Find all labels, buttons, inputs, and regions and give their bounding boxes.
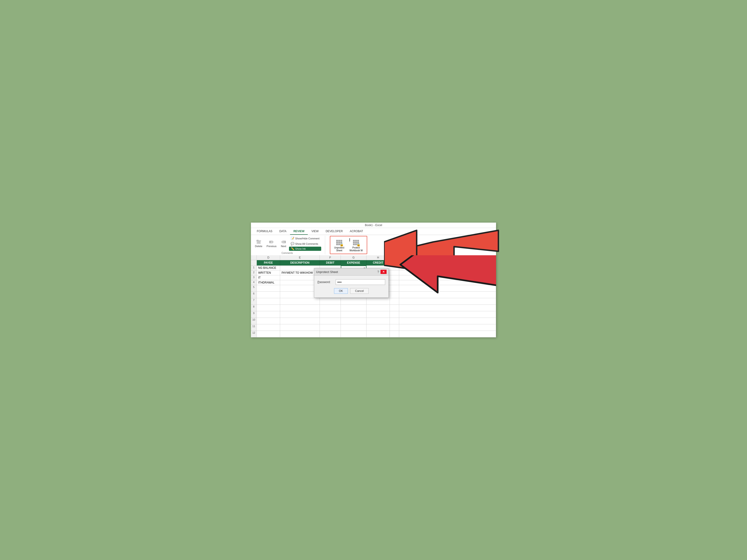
dialog-controls: ? ✕ [377, 270, 387, 274]
protect-lock-icon: 🔒 [357, 243, 360, 246]
unprotect-sheet-label: UnprotectSheet [334, 246, 344, 252]
expense-header: EXPENSE [341, 260, 366, 266]
debit-header: DEBIT [320, 260, 341, 266]
tab-developer[interactable]: DEVELOPER [322, 228, 346, 235]
dialog-close-button[interactable]: ✕ [381, 270, 387, 274]
lock-icon: 🔓 [340, 243, 344, 246]
tab-view[interactable]: VIEW [308, 228, 322, 235]
protect-workbook-label: ProtectWorkbook W [350, 246, 363, 252]
row-4-num: 4 [251, 280, 257, 285]
cursor-indicator [350, 238, 350, 241]
previous-icon [269, 239, 274, 245]
row1-payee[interactable]: NG BALANCE [257, 266, 280, 270]
table-row: 8 [251, 305, 496, 311]
col-label-row: D E F G H I K [251, 255, 496, 260]
show-hide-comment-button[interactable]: 📝 Show/Hide Comment [289, 236, 321, 241]
protect-buttons-row: 🔓 UnprotectSheet 🔒 ProtectWorkbook [332, 237, 365, 253]
col-e-label: E [280, 255, 320, 260]
col-i-label: I [390, 255, 399, 260]
balance-header: BALANCE [399, 260, 496, 266]
header-row: PAYEE DESCRIPTION DEBIT EXPENSE CREDIT I… [251, 260, 496, 266]
ribbon-tabs: FORMULAS DATA REVIEW VIEW DEVELOPER ACRO… [251, 228, 496, 235]
row-3-num: 3 [251, 275, 257, 280]
unprotect-sheet-dialog: Unprotect Sheet ? ✕ Password: OK Cancel [314, 268, 389, 298]
row4-payee[interactable]: ITHDRAWAL [257, 280, 280, 285]
row3-in [390, 275, 399, 280]
table-row: 11 [251, 324, 496, 331]
table-row: 7 [251, 298, 496, 305]
table-row: 10 [251, 318, 496, 324]
previous-label: Previous [266, 245, 277, 247]
row2-balance: $500.00 [399, 270, 496, 275]
show-all-label: Show All Comments [295, 242, 318, 245]
col-d-label: D [257, 255, 280, 260]
delete-button[interactable]: Delete [253, 238, 264, 249]
protect-workbook-icon: 🔒 [352, 238, 360, 246]
show-hide-label: Show/Hide Comment [295, 237, 319, 240]
comments-buttons-row: Delete Previous [253, 236, 321, 251]
col-h-label: H [366, 255, 390, 260]
description-header: DESCRIPTION [280, 260, 320, 266]
spreadsheet-area: D E F G H I K PAYEE DESCRIPTION DEBIT EX… [251, 255, 496, 338]
protect-workbook-button[interactable]: 🔒 ProtectWorkbook W [347, 237, 365, 253]
password-label: Password: [317, 281, 334, 284]
col-f-label: F [320, 255, 341, 260]
row2-payee[interactable]: WRITTEN [257, 270, 280, 275]
password-input[interactable] [336, 279, 385, 285]
row4-in [390, 280, 399, 285]
dialog-overlay: Unprotect Sheet ? ✕ Password: OK Cancel [314, 268, 389, 298]
show-ink-label: Show Ink [295, 247, 306, 250]
dialog-title: Unprotect Sheet [316, 270, 338, 274]
title-bar: Book1 - Excel [251, 222, 496, 228]
ink-icon: ✏️ [291, 247, 294, 250]
excel-window: Book1 - Excel FORMULAS DATA REVIEW VIEW … [251, 222, 496, 338]
tab-data[interactable]: DATA [276, 228, 290, 235]
dialog-titlebar: Unprotect Sheet ? ✕ [314, 268, 388, 275]
previous-button[interactable]: Previous [265, 238, 278, 249]
cancel-button[interactable]: Cancel [350, 288, 368, 294]
row-2-num: 2 [251, 270, 257, 275]
dialog-help-button[interactable]: ? [377, 270, 379, 274]
tab-acrobat[interactable]: ACROBAT [346, 228, 366, 235]
col-k-label: K [399, 255, 496, 260]
next-label: Next [281, 245, 286, 247]
window-title: Book1 - Excel [365, 223, 382, 227]
ribbon-content: Delete Previous [251, 235, 496, 255]
all-comments-icon: 💬 [291, 242, 294, 245]
row3-balance: $1,250.00 [399, 275, 496, 280]
header-row-num [251, 260, 257, 266]
password-row: Password: [317, 279, 385, 285]
tab-formulas[interactable]: FORMULAS [253, 228, 276, 235]
delete-label: Delete [255, 245, 262, 247]
comment-icon: 📝 [291, 237, 294, 240]
show-all-comments-button[interactable]: 💬 Show All Comments [289, 241, 321, 246]
comments-group-label: Comments [282, 252, 293, 254]
row2-in [390, 270, 399, 275]
row4-balance: $900.00 [399, 280, 496, 285]
col-g-label: G [341, 255, 366, 260]
delete-icon [256, 239, 261, 245]
row1-balance: $1,000.00 [399, 266, 496, 270]
svg-marker-12 [282, 241, 282, 243]
next-icon [281, 239, 286, 245]
in-header: IN [390, 260, 399, 266]
comments-side-buttons: 📝 Show/Hide Comment 💬 Show All Comments … [289, 236, 321, 251]
comments-group: Delete Previous [253, 236, 325, 254]
protect-group: 🔓 UnprotectSheet 🔒 ProtectWorkbook [330, 236, 367, 254]
show-ink-button[interactable]: ✏️ Show Ink [289, 247, 321, 251]
table-row: 9 [251, 311, 496, 318]
next-button[interactable]: Next [279, 238, 288, 249]
row1-in [390, 266, 399, 270]
row3-payee[interactable]: IT [257, 275, 280, 280]
dialog-body: Password: OK Cancel [314, 275, 388, 297]
svg-rect-1 [256, 241, 261, 241]
svg-marker-7 [273, 241, 274, 243]
tab-review[interactable]: REVIEW [290, 228, 308, 235]
ok-button[interactable]: OK [334, 288, 348, 294]
row-1-num: 1 [251, 266, 257, 270]
dialog-buttons: OK Cancel [317, 288, 385, 294]
unprotect-sheet-button[interactable]: 🔓 UnprotectSheet [332, 237, 346, 253]
payee-header: PAYEE [257, 260, 280, 266]
corner-cell [251, 255, 257, 260]
table-row: 12 [251, 331, 496, 338]
